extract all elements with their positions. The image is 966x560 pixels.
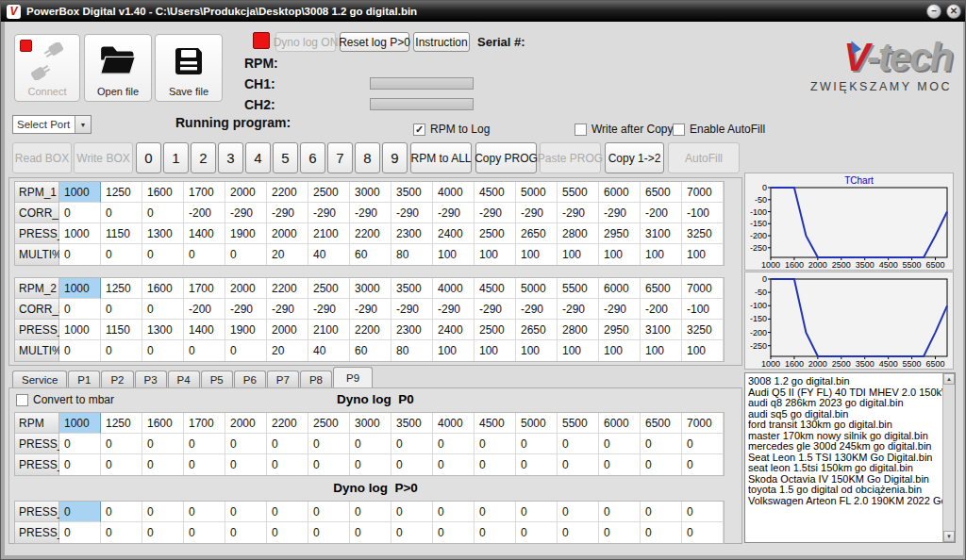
program-digit-7-button[interactable]: 7	[327, 142, 353, 173]
file-list-item[interactable]: mercedes gle 300d 245km go digital.bin	[748, 441, 940, 453]
table-cell[interactable]: 100	[558, 244, 599, 265]
table-cell[interactable]: 4500	[475, 413, 516, 434]
table-cell[interactable]: 1250	[101, 413, 142, 434]
table-cell[interactable]: -100	[682, 299, 724, 320]
program-digit-0-button[interactable]: 0	[136, 142, 161, 173]
table-cell[interactable]: -290	[433, 203, 475, 223]
table-cell[interactable]: 20	[267, 340, 308, 361]
table-cell[interactable]: 4000	[433, 413, 475, 434]
table-cell[interactable]: 6000	[599, 182, 641, 203]
reset-log-button[interactable]: Reset log P>0	[340, 32, 409, 52]
tab-p1[interactable]: P1	[68, 371, 100, 387]
program-digit-5-button[interactable]: 5	[273, 142, 298, 173]
scroll-down-icon[interactable]: ▼	[943, 531, 955, 542]
tab-p2[interactable]: P2	[101, 371, 133, 387]
read-box-button[interactable]: Read BOX	[12, 142, 72, 173]
table-cell[interactable]: 0	[516, 454, 558, 475]
table-cell[interactable]: -290	[475, 203, 516, 223]
table-cell[interactable]: -290	[558, 299, 599, 320]
tab-p7[interactable]: P7	[267, 371, 299, 387]
table-cell[interactable]: 1250	[101, 278, 142, 299]
table-cell[interactable]: 0	[641, 522, 682, 543]
table-cell[interactable]: 40	[308, 340, 350, 361]
table-cell[interactable]: 1700	[184, 413, 225, 434]
table-cell[interactable]: 100	[558, 340, 599, 361]
table-cell[interactable]: 3250	[682, 320, 724, 340]
table-cell[interactable]: 3000	[350, 413, 391, 434]
table-cell[interactable]: 100	[433, 340, 475, 361]
table-cell[interactable]: 0	[142, 502, 184, 522]
table-cell[interactable]: 0	[59, 454, 101, 475]
table-cell[interactable]: -290	[267, 203, 308, 223]
table-cell[interactable]: 7000	[682, 278, 724, 299]
file-list-item[interactable]: toyota 1.5 go digital od obciążenia.bin	[748, 485, 940, 496]
table-cell[interactable]: 2500	[475, 223, 516, 244]
table-cell[interactable]: 0	[641, 454, 682, 475]
table-cell[interactable]: -290	[391, 203, 433, 223]
table-cell[interactable]: 5000	[516, 278, 558, 299]
table-cell[interactable]: 40	[308, 244, 350, 265]
table-cell[interactable]: 2950	[599, 320, 641, 340]
table-cell[interactable]: 2500	[308, 182, 350, 203]
table-cell[interactable]: 0	[59, 299, 101, 320]
table-cell[interactable]: 0	[101, 299, 142, 320]
table-cell[interactable]: 0	[558, 454, 599, 475]
table-cell[interactable]: 4000	[433, 278, 475, 299]
table-cell[interactable]: 100	[599, 244, 641, 265]
table-cell[interactable]: 0	[267, 522, 308, 543]
table-cell[interactable]: 3250	[682, 223, 724, 244]
table-cell[interactable]: 1900	[225, 320, 267, 340]
save-file-button[interactable]: Save file	[155, 34, 223, 102]
table-cell[interactable]: 100	[516, 244, 558, 265]
table-cell[interactable]: 100	[641, 244, 682, 265]
file-list-item[interactable]: ford transit 130km go digital.bin	[748, 420, 940, 431]
table-cell[interactable]: 0	[558, 522, 599, 543]
table-cell[interactable]: 0	[433, 522, 475, 543]
table-cell[interactable]: -290	[516, 203, 558, 223]
table-cell[interactable]: 3100	[641, 223, 682, 244]
table-cell[interactable]: 0	[267, 502, 308, 522]
table-cell[interactable]: -200	[184, 203, 225, 223]
table-cell[interactable]: -200	[184, 299, 225, 320]
checkbox-checked-icon[interactable]: ✓	[413, 124, 425, 136]
table-cell[interactable]: 0	[558, 434, 599, 454]
table-cell[interactable]: 2000	[225, 413, 267, 434]
table-cell[interactable]: 2500	[308, 278, 350, 299]
table-cell[interactable]: 6000	[599, 278, 641, 299]
table-cell[interactable]: 0	[516, 522, 558, 543]
table-cell[interactable]: 0	[225, 454, 267, 475]
table-cell[interactable]: 1600	[142, 182, 184, 203]
table-cell[interactable]: 0	[475, 454, 516, 475]
table-cell[interactable]: -290	[225, 299, 267, 320]
table-cell[interactable]: 0	[682, 502, 724, 522]
table-cell[interactable]: 60	[350, 244, 391, 265]
table-cell[interactable]: 1300	[142, 223, 184, 244]
table-cell[interactable]: 0	[101, 522, 142, 543]
chevron-down-icon[interactable]: ▼	[75, 116, 91, 133]
table-cell[interactable]: 0	[308, 434, 350, 454]
checkbox-unchecked-icon[interactable]	[575, 124, 587, 136]
table-cell[interactable]: 1600	[142, 413, 184, 434]
file-list-item[interactable]: seat leon 1.5tsi 150km go digital.bin	[748, 463, 940, 474]
table-cell[interactable]: 0	[308, 522, 350, 543]
table-cell[interactable]: 0	[142, 340, 184, 361]
table-cell[interactable]: 1700	[184, 278, 225, 299]
table-cell[interactable]: 0	[184, 454, 225, 475]
table-cell[interactable]: 2000	[225, 278, 267, 299]
open-file-button[interactable]: Open file	[84, 34, 152, 102]
table-cell[interactable]: 0	[350, 434, 391, 454]
table-cell[interactable]: 0	[59, 203, 101, 223]
table-cell[interactable]: 6000	[599, 413, 641, 434]
autofill-button[interactable]: AutoFill	[668, 142, 740, 173]
table-cell[interactable]: 0	[599, 434, 641, 454]
program-digit-1-button[interactable]: 1	[163, 142, 189, 173]
table-cell[interactable]: 5000	[516, 182, 558, 203]
table-cell[interactable]: -290	[516, 299, 558, 320]
table-cell[interactable]: 3100	[641, 320, 682, 340]
table-cell[interactable]: 0	[142, 203, 184, 223]
table-cell[interactable]: 0	[184, 502, 225, 522]
table-cell[interactable]: 0	[101, 454, 142, 475]
close-button[interactable]: ✕	[946, 4, 961, 19]
table-cell[interactable]: -290	[558, 203, 599, 223]
program-digit-4-button[interactable]: 4	[245, 142, 271, 173]
